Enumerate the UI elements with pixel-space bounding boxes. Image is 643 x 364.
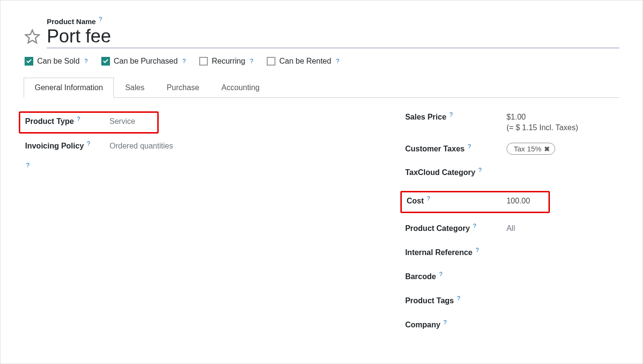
help-icon[interactable]: ? [182,58,186,65]
cost-value[interactable]: 100.00 [506,197,530,205]
product-tabs: General Information Sales Purchase Accou… [24,77,619,98]
product-name-input[interactable] [47,26,619,48]
product-name-label: Product Name [47,17,96,26]
product-category-value[interactable]: All [506,224,515,233]
can-be-rented-option: Can be Rented ? [267,57,339,66]
help-icon[interactable]: ? [250,58,253,65]
help-icon[interactable]: ? [468,143,471,150]
help-icon[interactable]: ? [450,111,453,118]
cost-highlight: Cost ? 100.00 [400,191,550,213]
product-tags-label: Product Tags [405,297,454,305]
title-row: Product Name ? [24,16,619,48]
help-icon[interactable]: ? [87,140,90,147]
invoicing-policy-value[interactable]: Ordered quantities [109,142,173,150]
customer-tax-tag-label: Tax 15% [514,145,542,153]
help-icon[interactable]: ? [439,271,442,278]
tab-general-information[interactable]: General Information [24,78,114,98]
tab-purchase[interactable]: Purchase [155,78,210,98]
taxcloud-category-label: TaxCloud Category [405,168,476,176]
customer-taxes-label: Customer Taxes [405,145,465,153]
help-icon[interactable]: ? [26,162,405,169]
cost-label: Cost [407,197,424,205]
can-be-sold-checkbox[interactable] [25,57,33,66]
sales-price-label: Sales Price [405,113,446,121]
tab-accounting[interactable]: Accounting [210,78,271,98]
can-be-sold-option: Can be Sold ? [25,57,88,66]
help-icon[interactable]: ? [336,58,340,65]
product-type-label: Product Type [25,117,74,125]
left-column: Product Type ? Service Invoicing Policy … [24,111,405,335]
sales-price-value[interactable]: $1.00 [506,113,578,121]
barcode-label: Barcode [405,272,436,281]
product-options: Can be Sold ? Can be Purchased ? Recurri… [25,57,619,66]
help-icon[interactable]: ? [77,116,81,122]
help-icon[interactable]: ? [427,195,430,202]
can-be-purchased-option: Can be Purchased ? [101,57,186,66]
tab-sales[interactable]: Sales [114,78,155,98]
can-be-rented-checkbox[interactable] [267,57,275,66]
help-icon[interactable]: ? [476,247,479,254]
help-icon[interactable]: ? [443,319,447,326]
product-type-value[interactable]: Service [109,117,135,126]
general-information-panel: Product Type ? Service Invoicing Policy … [24,98,619,335]
recurring-checkbox[interactable] [199,57,208,66]
favorite-star-icon[interactable] [24,28,41,45]
product-category-label: Product Category [405,224,470,232]
sales-price-incl-note: (= $ 1.15 Incl. Taxes) [506,123,578,132]
can-be-purchased-checkbox[interactable] [101,57,110,66]
product-form: Product Name ? Can be Sold ? Can be Purc… [0,0,643,335]
can-be-purchased-label: Can be Purchased [114,57,178,66]
recurring-label: Recurring [212,57,245,66]
company-label: Company [405,321,440,329]
close-icon[interactable]: ✖ [544,145,550,153]
product-type-highlight: Product Type ? Service [19,111,159,134]
right-column: Sales Price ? $1.00 (= $ 1.15 Incl. Taxe… [405,111,619,335]
help-icon[interactable]: ? [457,295,460,302]
invoicing-policy-label: Invoicing Policy [25,142,84,150]
can-be-rented-label: Can be Rented [279,57,331,66]
help-icon[interactable]: ? [84,58,88,65]
help-icon[interactable]: ? [479,167,482,174]
internal-reference-label: Internal Reference [405,248,473,256]
can-be-sold-label: Can be Sold [37,57,80,66]
recurring-option: Recurring ? [199,57,253,66]
help-icon[interactable]: ? [99,16,102,23]
customer-tax-tag[interactable]: Tax 15% ✖ [506,143,556,155]
help-icon[interactable]: ? [473,223,477,229]
